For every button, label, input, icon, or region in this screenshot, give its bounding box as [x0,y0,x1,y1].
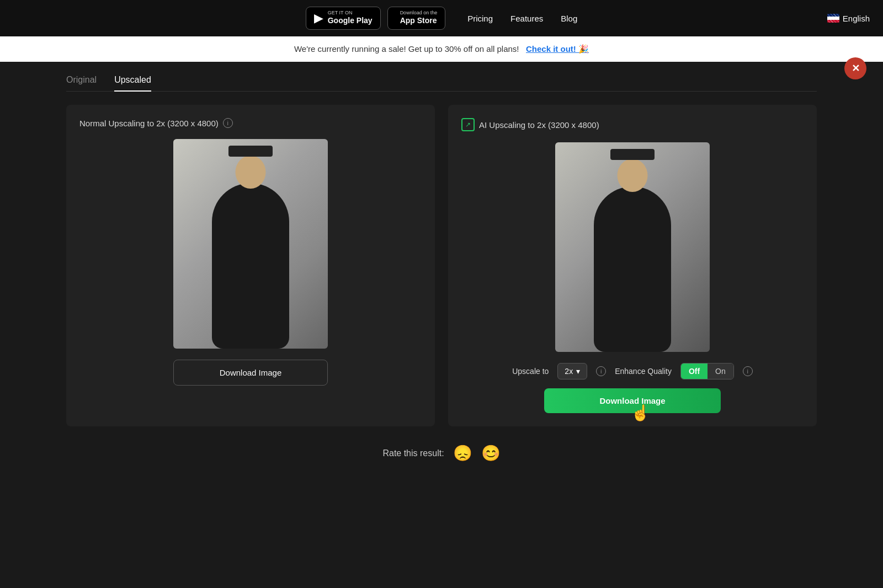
google-play-small-text: GET IT ON [328,10,373,15]
google-play-text: GET IT ON Google Play [328,10,373,25]
app-store-button[interactable]: Download on the App Store [387,7,446,29]
sale-text: We're currently running a sale! Get up t… [294,44,519,54]
main-content: ✕ Original Upscaled Normal Upscaling to … [0,62,883,484]
enhance-info-icon[interactable]: i [743,366,753,376]
photo-head [236,156,266,189]
sale-cta-link[interactable]: Check it out! 🎉 [526,44,589,54]
sale-banner: We're currently running a sale! Get up t… [0,36,883,62]
upscale-to-label: Upscale to [512,367,549,376]
flag-icon [827,14,839,23]
normal-panel-title: Normal Upscaling to 2x (3200 x 4800) i [79,118,233,128]
ai-upscaling-panel: ↗ AI Upscaling to 2x (3200 x 4800) Upsca… [448,105,817,426]
photo-hat [228,146,273,157]
tab-original[interactable]: Original [66,75,97,92]
pricing-link[interactable]: Pricing [467,14,493,23]
ai-photo-head [618,159,648,192]
sad-rating-button[interactable]: 😞 [453,444,472,462]
cursor-pointer-icon: ☝️ [631,404,650,422]
ai-photo-figure [594,186,671,352]
google-play-icon: ▶ [314,11,323,25]
top-nav: ▶ GET IT ON Google Play Download on the … [0,0,883,36]
close-button[interactable]: ✕ [844,57,866,79]
language-label: English [843,14,870,23]
photo-figure [212,183,289,349]
google-play-store-name: Google Play [328,15,373,25]
enhance-toggle-group: Off On [680,363,734,379]
upscale-info-icon[interactable]: i [596,366,606,376]
ai-panel-title: ↗ AI Upscaling to 2x (3200 x 4800) [461,118,599,131]
normal-image-container [173,139,328,349]
ai-download-button[interactable]: Download Image ☝️ [544,388,721,413]
google-play-button[interactable]: ▶ GET IT ON Google Play [306,7,381,29]
upscale-chevron-icon: ▾ [576,367,580,376]
ai-download-label: Download Image [599,396,665,405]
normal-upscaling-panel: Normal Upscaling to 2x (3200 x 4800) i D… [66,105,435,426]
ai-photo-hat [610,149,655,160]
ai-upscale-icon: ↗ [461,118,475,131]
normal-download-button[interactable]: Download Image [173,360,328,386]
ai-title-text: AI Upscaling to 2x (3200 x 4800) [479,120,599,130]
tab-upscaled[interactable]: Upscaled [114,75,151,92]
app-store-name: App Store [400,15,438,25]
upscale-select[interactable]: 2x ▾ [557,363,587,379]
language-selector[interactable]: English [827,14,870,23]
app-store-buttons: ▶ GET IT ON Google Play Download on the … [306,7,445,29]
right-panel-inner: ↗ AI Upscaling to 2x (3200 x 4800) Upsca… [461,118,804,413]
upscale-value: 2x [565,367,573,376]
toggle-off-button[interactable]: Off [681,364,708,379]
comparison-grid: Normal Upscaling to 2x (3200 x 4800) i D… [66,105,817,426]
app-store-text: Download on the App Store [400,10,438,25]
rating-label: Rate this result: [382,448,444,458]
rating-row: Rate this result: 😞 😊 [66,444,817,462]
happy-rating-button[interactable]: 😊 [481,444,501,462]
apple-small-text: Download on the [400,10,438,15]
normal-title-text: Normal Upscaling to 2x (3200 x 4800) [79,119,219,128]
blog-link[interactable]: Blog [561,14,577,23]
nav-links: Pricing Features Blog [467,14,577,23]
tab-bar: Original Upscaled [66,75,817,92]
toggle-on-button[interactable]: On [708,364,733,379]
upscale-controls: Upscale to 2x ▾ i Enhance Quality Off On… [461,363,804,379]
features-link[interactable]: Features [510,14,543,23]
enhance-quality-label: Enhance Quality [615,367,672,376]
ai-image-container [555,142,710,352]
normal-info-icon[interactable]: i [223,118,233,128]
